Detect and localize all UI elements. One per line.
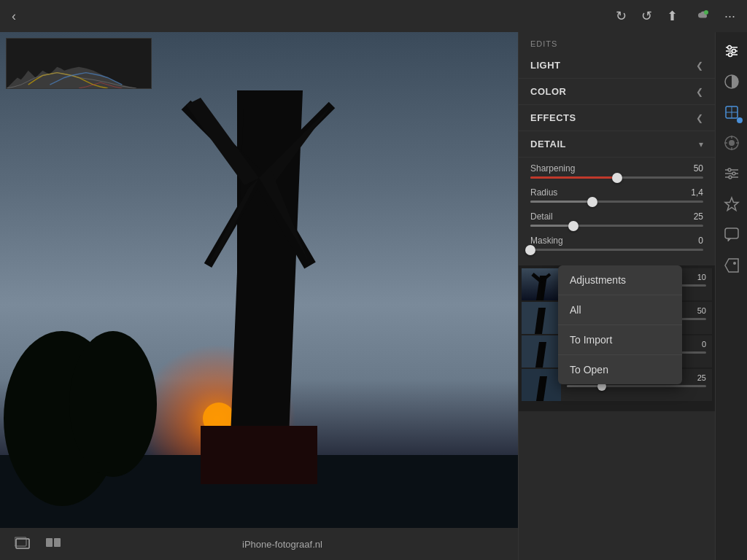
masking-label: Masking	[530, 236, 563, 246]
undo-button[interactable]: ↺	[641, 8, 652, 24]
sharpening-group: Sharpening 50 Radius 1,4	[519, 158, 715, 265]
dropdown-menu: Adjustments All To Import To Open	[558, 265, 682, 384]
svg-rect-22	[46, 538, 53, 547]
radius-fill	[530, 201, 592, 203]
svg-point-45	[729, 140, 735, 146]
dropdown-to-import[interactable]: To Import	[558, 325, 682, 355]
dropdown-adjustments[interactable]: Adjustments	[558, 265, 682, 295]
detail-slider-row: Detail 25	[530, 211, 703, 227]
filmstrip-area: Luminance 10	[519, 265, 715, 411]
svg-point-55	[729, 176, 732, 179]
svg-point-39	[728, 53, 732, 57]
svg-rect-19	[201, 426, 317, 484]
masking-thumb[interactable]	[525, 245, 535, 255]
radius-label: Radius	[530, 187, 557, 198]
thumbnail-2[interactable]	[522, 302, 561, 334]
detail-header[interactable]: DETAIL ▾	[519, 131, 715, 158]
svg-point-38	[732, 50, 735, 53]
sidebar-icon-circle[interactable]	[719, 69, 745, 95]
more-button[interactable]: ···	[724, 9, 735, 24]
svg-marker-58	[725, 259, 738, 272]
svg-marker-56	[725, 198, 738, 211]
detail-slider-label: Detail	[530, 211, 553, 222]
top-toolbar: ‹ ↻ ↺ ⬆ ···	[0, 0, 747, 32]
svg-point-54	[732, 172, 735, 175]
sidebar-icon-chat[interactable]	[719, 222, 745, 248]
svg-point-18	[69, 331, 157, 477]
sidebar-icon-filters[interactable]	[719, 38, 745, 64]
sharpening-row: Sharpening 50	[530, 163, 703, 179]
svg-rect-20	[16, 539, 29, 548]
main-area: iPhone-fotograaf.nl EDITS LIGHT ❮ COLOR …	[0, 32, 747, 560]
section-light[interactable]: LIGHT ❮	[519, 52, 715, 79]
photo-area: iPhone-fotograaf.nl	[0, 32, 518, 560]
sharpening-track[interactable]	[530, 176, 703, 179]
color-noise-value: 25	[697, 373, 706, 382]
sharpening-value: 50	[694, 163, 703, 174]
contrast-noise-value: 0	[702, 340, 706, 349]
svg-point-53	[728, 168, 731, 171]
radius-track[interactable]	[530, 201, 703, 203]
effects-arrow: ❮	[696, 113, 703, 123]
color-arrow: ❮	[696, 87, 703, 97]
radius-value: 1,4	[691, 187, 703, 198]
masking-row: Masking 0	[530, 236, 703, 251]
svg-point-0	[704, 10, 708, 15]
detail-slider-thumb[interactable]	[568, 221, 578, 231]
section-detail: DETAIL ▾ Sharpening 50	[519, 131, 715, 265]
svg-point-59	[733, 262, 736, 265]
detail-noise-value: 50	[697, 306, 706, 315]
sidebar-icon-transform[interactable]	[719, 99, 745, 125]
redo-button[interactable]: ↻	[616, 8, 627, 24]
svg-point-37	[727, 46, 731, 50]
dropdown-to-open[interactable]: To Open	[558, 355, 682, 384]
section-effects[interactable]: EFFECTS ❮	[519, 105, 715, 131]
thumbnail-3[interactable]	[522, 335, 561, 368]
masking-track[interactable]	[530, 249, 703, 251]
detail-slider-track[interactable]	[530, 225, 703, 227]
watermark-text: iPhone-fotograaf.nl	[242, 539, 322, 550]
sharpening-label: Sharpening	[530, 163, 575, 174]
back-button[interactable]: ‹	[12, 9, 16, 24]
dot-indicator	[737, 117, 743, 123]
icon-sidebar	[715, 32, 747, 560]
svg-rect-57	[725, 228, 738, 238]
histogram	[6, 38, 152, 89]
color-title: COLOR	[530, 86, 566, 97]
sidebar-icon-tag[interactable]	[719, 252, 745, 279]
compare-icon[interactable]	[45, 536, 61, 553]
main-photo	[0, 32, 518, 528]
detail-slider-fill	[530, 225, 573, 227]
radius-row: Radius 1,4	[530, 187, 703, 203]
sharpening-fill	[530, 176, 617, 179]
detail-arrow: ▾	[699, 139, 703, 149]
toolbar-right: ↻ ↺ ⬆ ···	[616, 8, 735, 25]
color-noise-track[interactable]	[567, 385, 706, 387]
right-panel: EDITS LIGHT ❮ COLOR ❮ EFFECTS ❮ DETAIL ▾	[518, 32, 715, 560]
thumbnail-4[interactable]	[522, 369, 561, 401]
bottom-left-icons	[15, 536, 61, 553]
toolbar-left: ‹	[12, 9, 16, 24]
photo-library-icon[interactable]	[15, 536, 31, 553]
edits-panel: EDITS LIGHT ❮ COLOR ❮ EFFECTS ❮ DETAIL ▾	[519, 32, 715, 560]
svg-rect-23	[54, 538, 61, 547]
masking-value: 0	[698, 236, 703, 246]
thumbnail-1[interactable]	[522, 268, 561, 300]
sidebar-icon-star[interactable]	[719, 191, 745, 217]
sidebar-icon-sliders[interactable]	[719, 160, 745, 187]
radius-thumb[interactable]	[587, 197, 597, 207]
luminance-value: 10	[697, 273, 706, 281]
sharpening-thumb[interactable]	[612, 173, 622, 183]
section-color[interactable]: COLOR ❮	[519, 79, 715, 105]
sidebar-icon-star-effect[interactable]	[719, 130, 745, 156]
cloud-button[interactable]	[692, 8, 710, 25]
detail-title: DETAIL	[530, 139, 566, 149]
light-title: LIGHT	[530, 60, 561, 71]
edits-label: EDITS	[519, 32, 715, 52]
effects-title: EFFECTS	[530, 112, 576, 123]
light-arrow: ❮	[696, 61, 703, 71]
share-button[interactable]: ⬆	[667, 8, 678, 24]
bottom-toolbar: iPhone-fotograaf.nl	[0, 528, 518, 560]
dropdown-all[interactable]: All	[558, 295, 682, 325]
detail-slider-value: 25	[694, 211, 703, 222]
